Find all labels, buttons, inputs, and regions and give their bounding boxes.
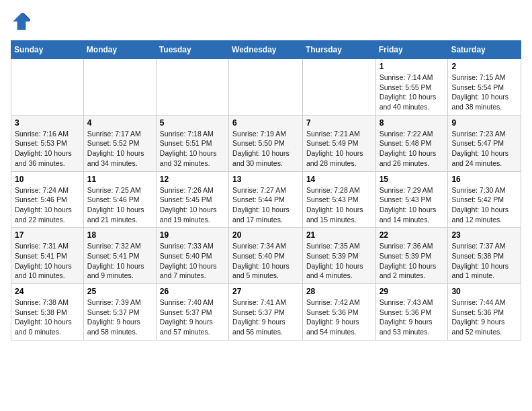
day-info: Sunrise: 7:36 AMSunset: 5:39 PMDaylight:…	[380, 241, 445, 281]
day-cell: 1Sunrise: 7:14 AMSunset: 5:55 PMDaylight…	[375, 59, 448, 116]
header	[11, 11, 521, 32]
day-cell: 7Sunrise: 7:21 AMSunset: 5:49 PMDaylight…	[302, 115, 375, 171]
day-cell: 20Sunrise: 7:34 AMSunset: 5:40 PMDayligh…	[229, 228, 303, 284]
day-cell: 21Sunrise: 7:35 AMSunset: 5:39 PMDayligh…	[302, 228, 375, 284]
day-info: Sunrise: 7:34 AMSunset: 5:40 PMDaylight:…	[232, 241, 299, 281]
day-number: 26	[160, 287, 225, 296]
day-cell: 3Sunrise: 7:16 AMSunset: 5:53 PMDaylight…	[11, 115, 84, 171]
day-cell	[302, 59, 375, 116]
day-info: Sunrise: 7:40 AMSunset: 5:37 PMDaylight:…	[160, 298, 225, 337]
week-row-2: 3Sunrise: 7:16 AMSunset: 5:53 PMDaylight…	[11, 115, 521, 171]
day-info: Sunrise: 7:24 AMSunset: 5:46 PMDaylight:…	[15, 185, 80, 225]
day-cell	[11, 59, 84, 116]
day-number: 16	[451, 175, 517, 184]
day-cell: 27Sunrise: 7:41 AMSunset: 5:37 PMDayligh…	[229, 284, 303, 340]
day-number: 10	[15, 175, 80, 184]
weekday-tuesday: Tuesday	[156, 41, 228, 59]
week-row-4: 17Sunrise: 7:31 AMSunset: 5:41 PMDayligh…	[11, 228, 521, 284]
day-cell: 19Sunrise: 7:33 AMSunset: 5:40 PMDayligh…	[156, 228, 228, 284]
day-info: Sunrise: 7:17 AMSunset: 5:52 PMDaylight:…	[87, 129, 152, 169]
page: SundayMondayTuesdayWednesdayThursdayFrid…	[0, 0, 532, 351]
day-cell: 22Sunrise: 7:36 AMSunset: 5:39 PMDayligh…	[375, 228, 448, 284]
day-number: 28	[306, 287, 372, 296]
day-info: Sunrise: 7:28 AMSunset: 5:43 PMDaylight:…	[306, 185, 372, 225]
day-cell: 28Sunrise: 7:42 AMSunset: 5:36 PMDayligh…	[302, 284, 375, 340]
day-info: Sunrise: 7:21 AMSunset: 5:49 PMDaylight:…	[306, 129, 372, 169]
day-number: 13	[232, 175, 299, 184]
day-number: 14	[306, 175, 372, 184]
day-number: 20	[232, 230, 299, 240]
day-info: Sunrise: 7:39 AMSunset: 5:37 PMDaylight:…	[87, 298, 152, 337]
day-number: 17	[15, 230, 80, 240]
day-number: 1	[380, 62, 445, 71]
day-cell: 26Sunrise: 7:40 AMSunset: 5:37 PMDayligh…	[156, 284, 228, 340]
day-number: 25	[87, 287, 152, 296]
day-info: Sunrise: 7:26 AMSunset: 5:45 PMDaylight:…	[160, 185, 225, 225]
day-cell: 11Sunrise: 7:25 AMSunset: 5:46 PMDayligh…	[83, 171, 156, 228]
day-cell: 29Sunrise: 7:43 AMSunset: 5:36 PMDayligh…	[375, 284, 448, 340]
svg-marker-0	[13, 13, 30, 30]
day-cell	[156, 59, 228, 116]
weekday-friday: Friday	[375, 41, 448, 59]
day-info: Sunrise: 7:35 AMSunset: 5:39 PMDaylight:…	[306, 241, 372, 281]
day-number: 30	[451, 287, 517, 296]
day-cell: 2Sunrise: 7:15 AMSunset: 5:54 PMDaylight…	[448, 59, 521, 116]
day-cell: 13Sunrise: 7:27 AMSunset: 5:44 PMDayligh…	[229, 171, 303, 228]
day-info: Sunrise: 7:44 AMSunset: 5:36 PMDaylight:…	[451, 298, 517, 337]
day-info: Sunrise: 7:27 AMSunset: 5:44 PMDaylight:…	[232, 185, 299, 225]
day-info: Sunrise: 7:43 AMSunset: 5:36 PMDaylight:…	[380, 298, 445, 337]
day-info: Sunrise: 7:19 AMSunset: 5:50 PMDaylight:…	[232, 129, 299, 169]
day-number: 18	[87, 230, 152, 240]
day-info: Sunrise: 7:15 AMSunset: 5:54 PMDaylight:…	[451, 73, 517, 112]
weekday-thursday: Thursday	[302, 41, 375, 59]
day-number: 5	[160, 118, 225, 128]
day-cell: 30Sunrise: 7:44 AMSunset: 5:36 PMDayligh…	[448, 284, 521, 340]
day-number: 23	[451, 230, 517, 240]
weekday-header-row: SundayMondayTuesdayWednesdayThursdayFrid…	[11, 41, 521, 59]
day-number: 22	[380, 230, 445, 240]
day-info: Sunrise: 7:18 AMSunset: 5:51 PMDaylight:…	[160, 129, 225, 169]
day-info: Sunrise: 7:29 AMSunset: 5:43 PMDaylight:…	[380, 185, 445, 225]
day-info: Sunrise: 7:33 AMSunset: 5:40 PMDaylight:…	[160, 241, 225, 281]
day-info: Sunrise: 7:22 AMSunset: 5:48 PMDaylight:…	[380, 129, 445, 169]
day-cell: 4Sunrise: 7:17 AMSunset: 5:52 PMDaylight…	[83, 115, 156, 171]
day-cell: 15Sunrise: 7:29 AMSunset: 5:43 PMDayligh…	[375, 171, 448, 228]
day-cell: 25Sunrise: 7:39 AMSunset: 5:37 PMDayligh…	[83, 284, 156, 340]
day-number: 19	[160, 230, 225, 240]
day-number: 3	[15, 118, 80, 128]
weekday-sunday: Sunday	[11, 41, 84, 59]
weekday-monday: Monday	[83, 41, 156, 59]
day-info: Sunrise: 7:31 AMSunset: 5:41 PMDaylight:…	[15, 241, 80, 281]
day-cell: 16Sunrise: 7:30 AMSunset: 5:42 PMDayligh…	[448, 171, 521, 228]
week-row-5: 24Sunrise: 7:38 AMSunset: 5:38 PMDayligh…	[11, 284, 521, 340]
day-number: 8	[380, 118, 445, 128]
logo	[11, 11, 35, 32]
calendar: SundayMondayTuesdayWednesdayThursdayFrid…	[11, 40, 521, 340]
logo-icon	[11, 11, 32, 32]
day-number: 15	[380, 175, 445, 184]
day-number: 21	[306, 230, 372, 240]
day-cell: 17Sunrise: 7:31 AMSunset: 5:41 PMDayligh…	[11, 228, 84, 284]
day-cell: 9Sunrise: 7:23 AMSunset: 5:47 PMDaylight…	[448, 115, 521, 171]
week-row-1: 1Sunrise: 7:14 AMSunset: 5:55 PMDaylight…	[11, 59, 521, 116]
day-cell: 18Sunrise: 7:32 AMSunset: 5:41 PMDayligh…	[83, 228, 156, 284]
day-cell: 5Sunrise: 7:18 AMSunset: 5:51 PMDaylight…	[156, 115, 228, 171]
day-cell: 8Sunrise: 7:22 AMSunset: 5:48 PMDaylight…	[375, 115, 448, 171]
weekday-saturday: Saturday	[448, 41, 521, 59]
day-number: 2	[451, 62, 517, 71]
day-number: 12	[160, 175, 225, 184]
day-info: Sunrise: 7:32 AMSunset: 5:41 PMDaylight:…	[87, 241, 152, 281]
day-info: Sunrise: 7:30 AMSunset: 5:42 PMDaylight:…	[451, 185, 517, 225]
day-number: 11	[87, 175, 152, 184]
day-cell: 6Sunrise: 7:19 AMSunset: 5:50 PMDaylight…	[229, 115, 303, 171]
weekday-wednesday: Wednesday	[229, 41, 303, 59]
day-cell	[229, 59, 303, 116]
day-number: 24	[15, 287, 80, 296]
day-cell: 10Sunrise: 7:24 AMSunset: 5:46 PMDayligh…	[11, 171, 84, 228]
day-number: 7	[306, 118, 372, 128]
day-number: 27	[232, 287, 299, 296]
day-info: Sunrise: 7:14 AMSunset: 5:55 PMDaylight:…	[380, 73, 445, 112]
week-row-3: 10Sunrise: 7:24 AMSunset: 5:46 PMDayligh…	[11, 171, 521, 228]
day-info: Sunrise: 7:23 AMSunset: 5:47 PMDaylight:…	[451, 129, 517, 169]
day-number: 6	[232, 118, 299, 128]
